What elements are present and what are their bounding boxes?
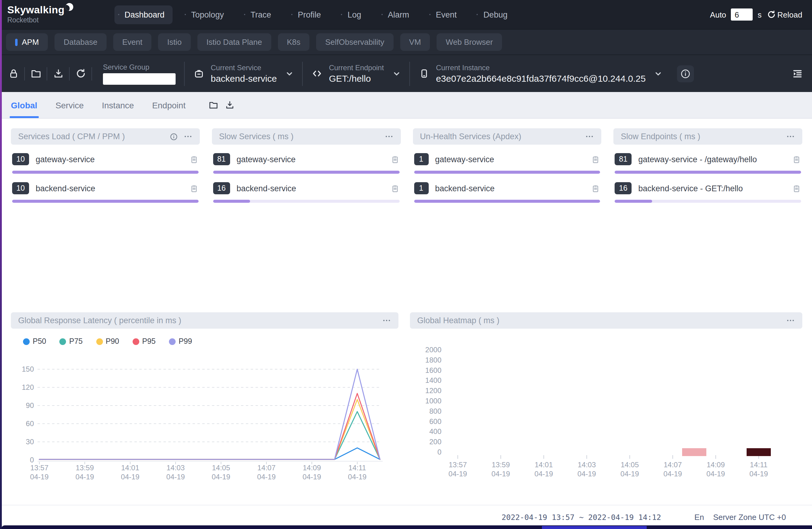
- service-group-input[interactable]: [103, 73, 176, 85]
- heatmap-chart[interactable]: 020040060080010001200140016001800200013:…: [410, 342, 802, 502]
- list-item[interactable]: 16 backend-service - GET:/hello: [614, 182, 802, 203]
- list-item[interactable]: 16 backend-service: [212, 182, 401, 203]
- legend-item-P95[interactable]: P95: [133, 337, 156, 346]
- svg-text:14:11: 14:11: [348, 464, 366, 472]
- more-dots-icon: [184, 132, 192, 141]
- card-title: Slow Services ( ms ): [219, 132, 294, 141]
- nav-item-log[interactable]: Log: [337, 5, 369, 24]
- tab-instance[interactable]: Instance: [101, 92, 135, 118]
- chevron-down-icon: [654, 69, 663, 78]
- metric-bar: [12, 171, 199, 174]
- current-service-select[interactable]: Current Service backend-service: [185, 63, 302, 84]
- list-item[interactable]: 1 gateway-service: [413, 153, 601, 174]
- copy-clipboard-button[interactable]: [591, 184, 600, 193]
- copy-clipboard-button[interactable]: [390, 184, 399, 193]
- reload-label: Reload: [778, 10, 802, 19]
- time-range-picker[interactable]: 2022-04-19 13:57 ~ 2022-04-19 14:12: [502, 513, 661, 522]
- module-tab-istio-data-plane[interactable]: Istio Data Plane: [198, 33, 271, 51]
- card-more-button[interactable]: [382, 316, 391, 325]
- current-instance-value: e3e07e2a2b664e8c91fda37f674f9cc6@10.244.…: [436, 73, 646, 84]
- module-tab-event[interactable]: Event: [113, 33, 152, 51]
- current-instance-select[interactable]: Current Instance e3e07e2a2b664e8c91fda37…: [410, 63, 671, 84]
- import-template-button[interactable]: [27, 68, 44, 79]
- metric-cards-row: Services Load ( CPM / PPM ): [11, 128, 802, 203]
- card-info-button[interactable]: [170, 132, 178, 141]
- copy-clipboard-button[interactable]: [591, 155, 600, 164]
- metric-bar: [414, 200, 600, 203]
- legend-item-P99[interactable]: P99: [169, 337, 192, 346]
- export-template-button[interactable]: [50, 68, 67, 79]
- module-tab-selfobservability[interactable]: SelfObservability: [316, 33, 393, 51]
- service-name: backend-service: [236, 184, 296, 193]
- card-more-button[interactable]: [384, 132, 393, 141]
- nav-item-profile[interactable]: Profile: [287, 5, 329, 24]
- legend-dot: [133, 338, 139, 345]
- card-more-button[interactable]: [184, 132, 192, 141]
- module-tab-vm[interactable]: VM: [400, 33, 430, 51]
- module-tab-web-browser[interactable]: Web Browser: [437, 33, 502, 51]
- reload-button[interactable]: Reload: [767, 10, 802, 19]
- nav-item-debug[interactable]: Debug: [473, 5, 516, 24]
- tab-endpoint[interactable]: Endpoint: [151, 92, 187, 118]
- copy-clipboard-button[interactable]: [190, 184, 199, 193]
- svg-text:14:09: 14:09: [303, 464, 321, 472]
- cutoff-popup-edge: [1, 525, 812, 529]
- list-item[interactable]: 1 backend-service: [413, 182, 601, 203]
- module-tab-istio[interactable]: Istio: [158, 33, 191, 51]
- skywalking-logo[interactable]: Skywalking Rocketbot: [7, 5, 73, 24]
- refresh-templates-button[interactable]: [72, 68, 89, 79]
- info-button[interactable]: [677, 65, 694, 82]
- list-item[interactable]: 81 gateway-service: [212, 153, 401, 174]
- svg-text:14:07: 14:07: [257, 464, 276, 472]
- legend-item-P50[interactable]: P50: [23, 337, 46, 346]
- latency-line-chart[interactable]: 030609012015013:5704-1913:5904-1914:0104…: [11, 346, 398, 491]
- nav-item-topology[interactable]: Topology: [181, 5, 232, 24]
- clipboard-icon: [792, 184, 801, 193]
- collapse-panel-button[interactable]: [792, 68, 803, 79]
- module-tab-database[interactable]: Database: [55, 33, 106, 51]
- module-tab-apm[interactable]: APM: [6, 33, 48, 51]
- heatmap-cell-14:08[interactable]: [682, 448, 706, 456]
- current-endpoint-select[interactable]: Current Endpoint GET:/hello: [303, 63, 409, 84]
- list-item[interactable]: 81 gateway-service - /gateway/hello: [614, 153, 802, 174]
- module-tab-k8s[interactable]: K8s: [278, 33, 309, 51]
- chevron-down-icon: [392, 69, 401, 78]
- logo-subtitle: Rocketbot: [7, 17, 73, 24]
- card-title: Slow Endpoints ( ms ): [621, 132, 700, 141]
- server-zone-control[interactable]: Server Zone UTC +0: [713, 513, 786, 522]
- svg-text:14:11: 14:11: [750, 460, 768, 469]
- card-more-button[interactable]: [786, 132, 795, 141]
- nav-item-trace[interactable]: Trace: [240, 5, 279, 24]
- lock-icon: [8, 68, 19, 79]
- language-switch[interactable]: En: [695, 513, 704, 522]
- copy-clipboard-button[interactable]: [390, 155, 399, 164]
- list-item[interactable]: 10 backend-service: [11, 182, 200, 203]
- copy-clipboard-button[interactable]: [792, 184, 801, 193]
- svg-text:04-19: 04-19: [663, 470, 682, 478]
- svg-text:14:07: 14:07: [664, 460, 682, 469]
- copy-clipboard-button[interactable]: [190, 155, 199, 164]
- toolbar-divider: [69, 67, 70, 80]
- import-dashboard-button[interactable]: [208, 100, 219, 110]
- metric-value-badge: 1: [414, 182, 429, 194]
- nav-item-dashboard[interactable]: Dashboard: [114, 5, 172, 24]
- lock-template-button[interactable]: [5, 68, 22, 79]
- auto-interval-input[interactable]: [731, 9, 753, 20]
- svg-text:1600: 1600: [425, 366, 441, 374]
- card-more-button[interactable]: [786, 316, 795, 325]
- list-item[interactable]: 10 gateway-service: [11, 153, 200, 174]
- nav-item-event[interactable]: Event: [426, 5, 465, 24]
- copy-clipboard-button[interactable]: [792, 155, 801, 164]
- legend-item-P90[interactable]: P90: [96, 337, 119, 346]
- tab-global[interactable]: Global: [10, 92, 39, 118]
- nav-item-alarm[interactable]: Alarm: [378, 5, 417, 24]
- legend-item-P75[interactable]: P75: [60, 337, 83, 346]
- endpoint-name: gateway-service - /gateway/hello: [638, 155, 757, 164]
- card-more-button[interactable]: [585, 132, 594, 141]
- export-dashboard-button[interactable]: [225, 100, 235, 110]
- module-tab-label: APM: [22, 38, 39, 47]
- metric-value-badge: 16: [615, 182, 632, 194]
- heatmap-cell-14:11[interactable]: [746, 448, 771, 456]
- tab-service[interactable]: Service: [54, 92, 85, 118]
- legend-label: P50: [33, 337, 46, 346]
